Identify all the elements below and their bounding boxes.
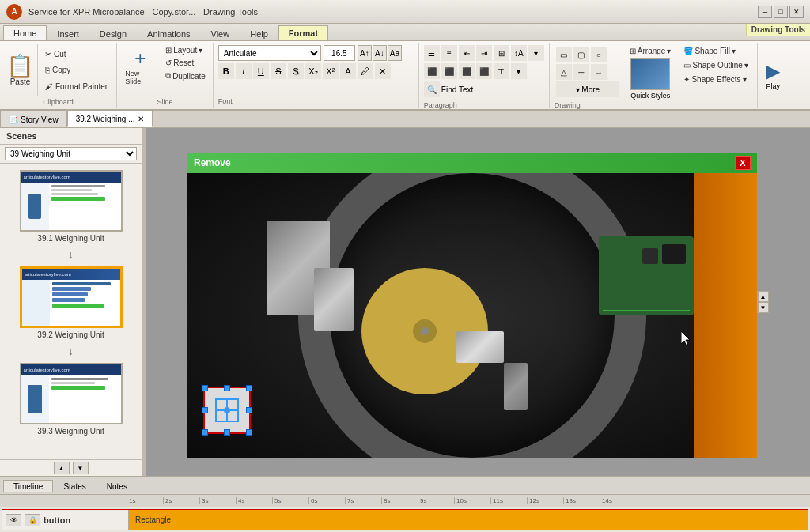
highlight-button[interactable]: 🖊 (358, 63, 373, 79)
strikethrough-button[interactable]: S (271, 63, 286, 79)
font-name-select[interactable]: Articulate (218, 45, 321, 61)
layout-button[interactable]: ⊞ Layout ▾ (161, 44, 210, 56)
font-size-input[interactable] (324, 45, 355, 61)
handle-tr[interactable] (246, 385, 252, 391)
font-clear-format-button[interactable]: ✕ (375, 63, 391, 79)
reset-button[interactable]: ↺ Reset (161, 57, 210, 69)
clipboard-buttons: ✂ Cut ⎘ Copy 🖌 Format Painter (40, 44, 113, 96)
story-view-tab[interactable]: 📑 Story View (0, 111, 67, 127)
duplicate-button[interactable]: ⧉ Duplicate (161, 70, 210, 82)
selected-element[interactable] (203, 387, 251, 434)
ruler-mark-6s: 6s (308, 497, 345, 504)
underline-button[interactable]: U (253, 63, 269, 79)
italic-button[interactable]: I (236, 63, 252, 79)
shape-fill-button[interactable]: 🪣 Shape Fill ▾ (679, 45, 751, 57)
shapes-more-button[interactable]: ▾ More (556, 81, 619, 97)
quick-styles-preview[interactable] (630, 58, 670, 90)
align-center-button[interactable]: ⬛ (441, 63, 457, 79)
paste-button[interactable]: 📋 Paste (3, 44, 38, 96)
drawing-group-content: ▭ ▢ ○ △ ─ → ▾ More ⊞ Arrange ▾ Qu (555, 45, 752, 100)
arrange-label: Arrange (638, 47, 666, 55)
tab-insert[interactable]: Insert (47, 26, 89, 40)
handle-ml[interactable] (202, 407, 208, 413)
slide-39-2[interactable]: articulatestorylive.com (3, 266, 138, 339)
remove-close-button[interactable]: X (735, 156, 751, 170)
superscript-button[interactable]: X² (323, 63, 339, 79)
indent-more-button[interactable]: ⇥ (476, 45, 492, 61)
text-direction-chevron[interactable]: ▾ (528, 45, 544, 61)
panel-scroll-up[interactable]: ▲ (54, 462, 70, 474)
track-content-label: Rectangle (135, 515, 171, 524)
track-timeline-bar[interactable]: Rectangle (129, 510, 808, 530)
ruler-mark-10s: 10s (454, 497, 490, 504)
arrange-icon: ⊞ (630, 47, 636, 55)
tab-view[interactable]: View (201, 26, 240, 40)
tab-design[interactable]: Design (89, 26, 137, 40)
handle-mr[interactable] (246, 407, 252, 413)
format-painter-button[interactable]: 🖌 Format Painter (43, 81, 110, 92)
tab-states[interactable]: States (53, 480, 96, 492)
handle-bc[interactable] (224, 429, 230, 436)
numbered-list-button[interactable]: ≡ (441, 45, 457, 61)
handle-br[interactable] (246, 429, 252, 436)
columns-button[interactable]: ⊞ (494, 45, 509, 61)
vscroll-down[interactable]: ▼ (758, 302, 769, 313)
handle-bl[interactable] (202, 429, 208, 436)
panel-scroll-down[interactable]: ▼ (73, 462, 89, 474)
play-icon[interactable]: ▶ (766, 60, 780, 82)
font-clear-button[interactable]: Aa (388, 45, 402, 61)
subscript-button[interactable]: X₂ (305, 63, 321, 79)
font-decrease-button[interactable]: A↓ (373, 45, 387, 61)
align-text-button[interactable]: ⊤ (494, 63, 509, 79)
tab-help[interactable]: Help (240, 26, 278, 40)
tab-timeline[interactable]: Timeline (3, 480, 53, 492)
tab-home[interactable]: Home (3, 25, 47, 40)
copy-button[interactable]: ⎘ Copy (43, 65, 110, 75)
arrange-button[interactable]: ⊞ Arrange ▾ (626, 45, 676, 57)
duplicate-label: Duplicate (172, 72, 206, 81)
justify-button[interactable]: ⬛ (476, 63, 492, 79)
scenes-select[interactable]: 39 Weighing Unit (5, 147, 137, 160)
shape-triangle[interactable]: △ (556, 64, 572, 80)
tab-notes[interactable]: Notes (97, 480, 138, 492)
align-left-button[interactable]: ⬛ (424, 63, 440, 79)
slide-content-39-1 (21, 183, 121, 230)
shape-outline-chevron: ▾ (744, 61, 748, 70)
slide-39-1[interactable]: articulatestorylive.com (3, 170, 138, 243)
bold-button[interactable]: B (218, 63, 234, 79)
align-text-chevron[interactable]: ▾ (511, 63, 527, 79)
font-color-button[interactable]: A (340, 63, 356, 79)
shape-ellipse[interactable]: ○ (591, 47, 607, 62)
maximize-button[interactable]: □ (774, 6, 788, 18)
ribbon-group-slide: + New Slide ⊞ Layout ▾ ↺ Reset ⧉ Duplica… (117, 43, 214, 108)
track-eye-icon[interactable]: 👁 (6, 514, 21, 526)
text-direction-button[interactable]: ↕A (511, 45, 527, 61)
slide-header-39-2: articulatestorylive.com (22, 269, 120, 280)
handle-tl[interactable] (202, 385, 208, 391)
minimize-button[interactable]: ─ (758, 6, 772, 18)
indent-less-button[interactable]: ⇤ (459, 45, 475, 61)
vscroll-up[interactable]: ▲ (758, 291, 769, 302)
shape-rounded-rect[interactable]: ▢ (573, 47, 589, 62)
font-increase-button[interactable]: A↑ (358, 45, 372, 61)
slide-39-3[interactable]: articulatestorylive.com 39.3 Weighing (3, 363, 138, 436)
shape-arrow[interactable]: → (591, 64, 607, 80)
align-right-button[interactable]: ⬛ (459, 63, 475, 79)
handle-tc[interactable] (224, 385, 230, 391)
find-text-button[interactable]: 🔍 (424, 81, 440, 97)
shape-effects-button[interactable]: ✦ Shape Effects ▾ (679, 74, 751, 85)
shape-outline-button[interactable]: ▭ Shape Outline ▾ (679, 59, 751, 71)
doc-tab-392[interactable]: 39.2 Weighing ... ✕ (67, 111, 153, 127)
doc-tab-close[interactable]: ✕ (138, 115, 144, 123)
new-slide-button[interactable]: + New Slide (120, 44, 160, 89)
tab-format[interactable]: Format (278, 25, 328, 40)
cut-button[interactable]: ✂ Cut (43, 49, 110, 59)
shape-rect[interactable]: ▭ (556, 47, 572, 62)
bullet-list-button[interactable]: ☰ (424, 45, 440, 61)
shape-line[interactable]: ─ (573, 64, 589, 80)
shadow-button[interactable]: S (288, 63, 304, 79)
copy-icon: ⎘ (45, 66, 50, 74)
track-lock-icon[interactable]: 🔒 (25, 514, 40, 526)
tab-animations[interactable]: Animations (137, 26, 200, 40)
close-button[interactable]: ✕ (789, 6, 804, 18)
